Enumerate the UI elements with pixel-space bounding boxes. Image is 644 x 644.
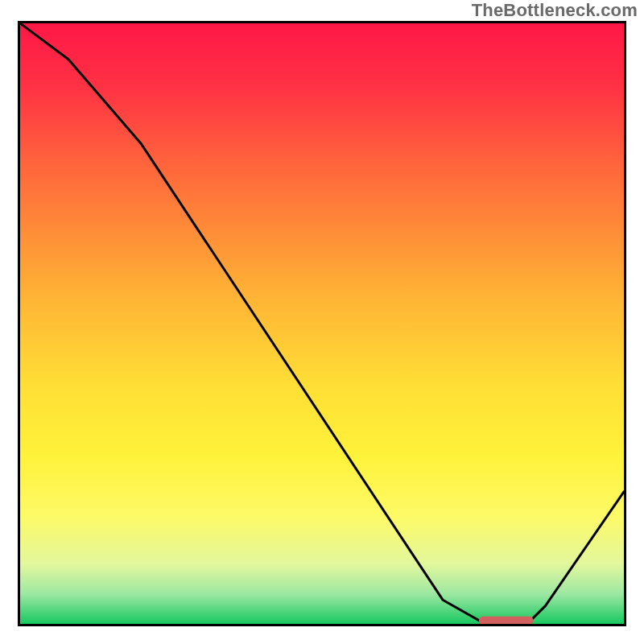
plot-svg <box>20 23 624 624</box>
chart-container: TheBottleneck.com <box>0 0 644 644</box>
plot-frame <box>18 21 626 626</box>
optimal-marker <box>479 617 534 624</box>
gradient-background <box>20 23 624 624</box>
watermark-text: TheBottleneck.com <box>472 0 638 21</box>
